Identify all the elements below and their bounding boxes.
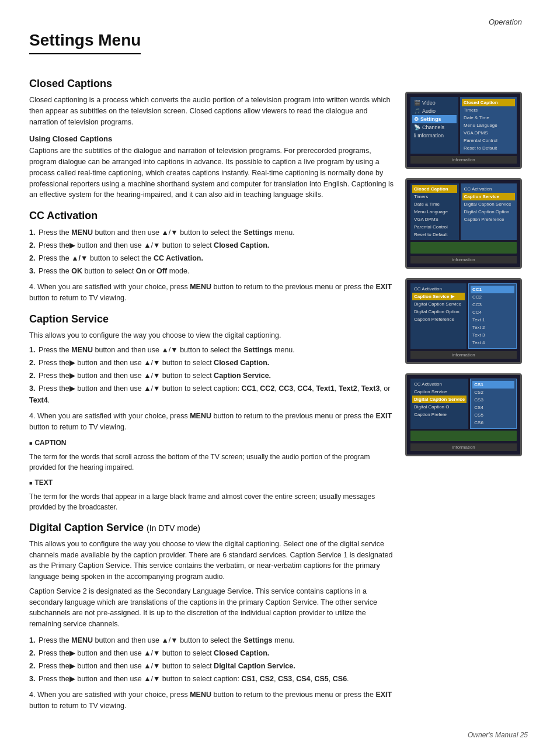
main-content: Closed Captions Closed captioning is a p…	[29, 68, 394, 719]
step-item: 2. Press the▶ button and then use ▲/▼ bu…	[29, 647, 394, 659]
step-item: 1. Press the MENU button and then use ▲/…	[29, 634, 394, 646]
tv-info-bar-1: information	[410, 156, 517, 164]
footer-label: Owner's Manual 25	[29, 731, 528, 739]
digital-caption-service-step4: 4. When you are satisfied with your choi…	[29, 689, 394, 712]
operation-label: Operation	[29, 18, 528, 26]
tv-info-bar-3: information	[410, 351, 517, 359]
digital-caption-service-title: Digital Caption Service (In DTV mode)	[29, 522, 394, 534]
caption-service-step4: 4. When you are satisfied with your choi…	[29, 411, 394, 433]
caption-service-section: Caption Service This allows you to confi…	[29, 313, 394, 512]
step-item: 2. Press the▶ button and then use ▲/▼ bu…	[29, 357, 394, 369]
step-item: 2. Press the▶ button and then use ▲/▼ bu…	[29, 370, 394, 382]
tv-info-bar-4: information	[410, 443, 517, 451]
page-title: Settings Menu	[29, 31, 141, 54]
tv-screen-3: CC Activation Caption Service ▶ Digital …	[405, 278, 522, 364]
text-note-block: TEXT The term for the words that appear …	[29, 477, 394, 512]
closed-captions-title: Closed Captions	[29, 78, 394, 90]
digital-caption-service-intro: This allows you to configure the way you…	[29, 539, 394, 582]
digital-caption-service-section: Digital Caption Service (In DTV mode) Th…	[29, 522, 394, 712]
step-item: 1. Press the MENU button and then use ▲/…	[29, 227, 394, 238]
text-note-title: TEXT	[34, 478, 53, 487]
closed-captions-intro: Closed captioning is a process which con…	[29, 95, 394, 127]
step-item: 3. Press the▶ button and then use ▲/▼ bu…	[29, 673, 394, 685]
step-item: 2. Press the▶ button and then use ▲/▼ bu…	[29, 660, 394, 672]
text-note-body: The term for the words that appear in a …	[29, 491, 394, 512]
caption-note-title: CAPTION	[34, 439, 66, 447]
cc-activation-title: CC Activation	[29, 210, 394, 222]
caption-service-intro: This allows you to configure the way you…	[29, 330, 394, 341]
caption-note-body: The term for the words that scroll acros…	[29, 452, 394, 473]
caption-service-steps: 1. Press the MENU button and then use ▲/…	[29, 344, 394, 406]
cc-activation-steps: 1. Press the MENU button and then use ▲/…	[29, 227, 394, 277]
tv-screen-4: CC Activation Caption Service Digital Ca…	[405, 373, 522, 456]
caption-note-block: CAPTION The term for the words that scro…	[29, 438, 394, 473]
step-item: 2. Press the▶ button and then use ▲/▼ bu…	[29, 240, 394, 251]
cc-activation-section: CC Activation 1. Press the MENU button a…	[29, 210, 394, 304]
closed-captions-section: Closed Captions Closed captioning is a p…	[29, 78, 394, 200]
step-item: 1. Press the MENU button and then use ▲/…	[29, 344, 394, 356]
step-item: 3. Press the▶ button and then use ▲/▼ bu…	[29, 383, 394, 406]
side-images: 🎬 Video 🎵 Audio ⚙ Settings 📡 Channels	[405, 68, 528, 719]
using-closed-captions-body: Captions are the subtitles of the dialog…	[29, 145, 394, 200]
tv-screen-1: 🎬 Video 🎵 Audio ⚙ Settings 📡 Channels	[405, 92, 522, 169]
cc-activation-step4: 4. When you are satisfied with your choi…	[29, 282, 394, 304]
tv-info-bar-2: information	[410, 256, 517, 263]
caption-service-title: Caption Service	[29, 313, 394, 325]
using-closed-captions-title: Using Closed Captions	[29, 134, 394, 143]
tv-screen-2: Closed Caption Timers Date & Time Menu L…	[405, 178, 522, 269]
step-item: 3. Press the OK button to select On or O…	[29, 265, 394, 277]
digital-caption-service-steps: 1. Press the MENU button and then use ▲/…	[29, 634, 394, 685]
digital-caption-service-intro2: Caption Service 2 is designated as the S…	[29, 586, 394, 630]
step-item: 2. Press the ▲/▼ button to select the CC…	[29, 252, 394, 264]
